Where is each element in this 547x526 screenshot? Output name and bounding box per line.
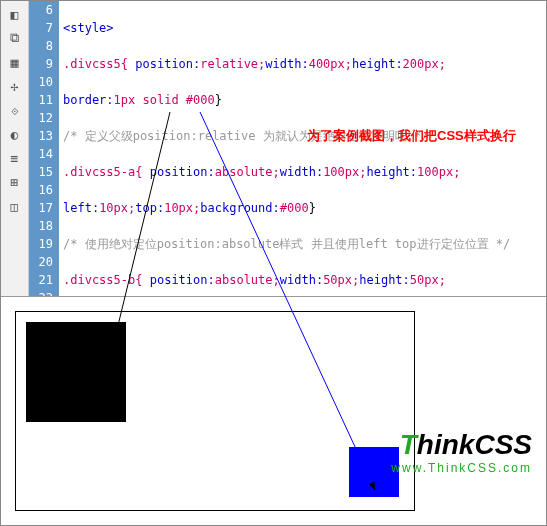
tool-icon[interactable]: ✢ bbox=[5, 76, 25, 96]
wm-css: CSS bbox=[474, 429, 532, 460]
code-text: .divcss5-a{ bbox=[63, 165, 142, 179]
code-text: 100px; bbox=[417, 165, 460, 179]
watermark: ThinkCSS www.ThinkCSS.com bbox=[391, 429, 532, 475]
editor-area: ◧ ⧉ ▦ ✢ ⟐ ◐ ≡ ⊞ ◫ 6 7 8 9 10 11 12 13 14… bbox=[1, 1, 546, 297]
code-text: 10px; bbox=[99, 201, 135, 215]
tool-icon[interactable]: ▦ bbox=[5, 52, 25, 72]
code-text: absolute; bbox=[215, 165, 280, 179]
line-num: 8 bbox=[29, 37, 53, 55]
code-text: 400px; bbox=[309, 57, 352, 71]
tool-icon[interactable]: ⊞ bbox=[5, 172, 25, 192]
line-gutter: 6 7 8 9 10 11 12 13 14 15 16 17 18 19 20… bbox=[29, 1, 59, 296]
code-text: 50px; bbox=[410, 273, 446, 287]
tool-icon[interactable]: ⟐ bbox=[5, 100, 25, 120]
watermark-title: ThinkCSS bbox=[391, 429, 532, 461]
code-text: top: bbox=[135, 201, 164, 215]
tool-icon[interactable]: ◐ bbox=[5, 124, 25, 144]
watermark-url: www.ThinkCSS.com bbox=[391, 461, 532, 475]
code-text: background: bbox=[200, 201, 279, 215]
code-text: 50px; bbox=[323, 273, 359, 287]
line-num: 11 bbox=[29, 91, 53, 109]
toolbar: ◧ ⧉ ▦ ✢ ⟐ ◐ ≡ ⊞ ◫ bbox=[1, 1, 29, 296]
tool-icon[interactable]: ≡ bbox=[5, 148, 25, 168]
line-num: 18 bbox=[29, 217, 53, 235]
line-num: 10 bbox=[29, 73, 53, 91]
code-text: height: bbox=[352, 57, 403, 71]
code-text: .divcss5-b{ bbox=[63, 273, 142, 287]
divcss5-a-box bbox=[26, 322, 126, 422]
line-num: 19 bbox=[29, 235, 53, 253]
code-text: 1px solid #000 bbox=[114, 93, 215, 107]
code-text: width: bbox=[280, 273, 323, 287]
tool-icon[interactable]: ◧ bbox=[5, 4, 25, 24]
wm-t: T bbox=[400, 429, 417, 460]
code-text: 200px bbox=[403, 57, 439, 71]
line-num: 20 bbox=[29, 253, 53, 271]
line-num: 15 bbox=[29, 163, 53, 181]
line-num: 6 bbox=[29, 1, 53, 19]
line-num: 9 bbox=[29, 55, 53, 73]
tool-icon[interactable]: ◫ bbox=[5, 196, 25, 216]
code-text: ; bbox=[439, 57, 446, 71]
wm-hink: hink bbox=[417, 429, 475, 460]
line-num: 7 bbox=[29, 19, 53, 37]
code-text: #000 bbox=[280, 201, 309, 215]
code-text: height: bbox=[366, 165, 417, 179]
code-text: } bbox=[215, 93, 222, 107]
line-num: 12 bbox=[29, 109, 53, 127]
code-text: .divcss5{ bbox=[63, 57, 128, 71]
code-text: position: bbox=[128, 57, 200, 71]
editor-window: ◧ ⧉ ▦ ✢ ⟐ ◐ ≡ ⊞ ◫ 6 7 8 9 10 11 12 13 14… bbox=[0, 0, 547, 526]
line-num: 16 bbox=[29, 181, 53, 199]
divcss5-container bbox=[15, 311, 415, 511]
line-num: 21 bbox=[29, 271, 53, 289]
code-text: 10px; bbox=[164, 201, 200, 215]
code-text: left: bbox=[63, 201, 99, 215]
code-text: <style> bbox=[63, 21, 114, 35]
code-text: border: bbox=[63, 93, 114, 107]
tool-icon[interactable]: ⧉ bbox=[5, 28, 25, 48]
code-editor[interactable]: <style> .divcss5{ position:relative;widt… bbox=[59, 1, 546, 296]
line-num: 13 bbox=[29, 127, 53, 145]
line-num: 22 bbox=[29, 289, 53, 297]
code-text: } bbox=[309, 201, 316, 215]
code-text: /* 使用绝对定位position:absolute样式 并且使用left to… bbox=[63, 237, 510, 251]
code-text: position: bbox=[142, 273, 214, 287]
code-text: width: bbox=[265, 57, 308, 71]
code-text: width: bbox=[280, 165, 323, 179]
line-num: 17 bbox=[29, 199, 53, 217]
code-text: relative; bbox=[200, 57, 265, 71]
preview-pane: ThinkCSS www.ThinkCSS.com bbox=[1, 297, 546, 525]
code-text: position: bbox=[142, 165, 214, 179]
code-text: absolute; bbox=[215, 273, 280, 287]
code-text: height: bbox=[359, 273, 410, 287]
line-num: 14 bbox=[29, 145, 53, 163]
code-text: 100px; bbox=[323, 165, 366, 179]
annotation-text: 为了案例截图，我们把CSS样式换行 bbox=[307, 127, 516, 145]
